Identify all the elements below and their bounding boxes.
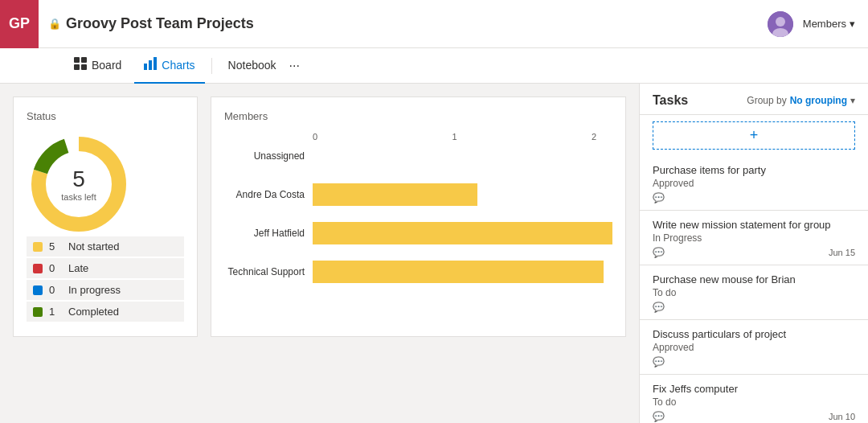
legend-count-completed: 1	[49, 306, 62, 318]
svg-rect-7	[144, 64, 147, 70]
more-options-button[interactable]: ···	[289, 59, 300, 73]
lock-icon: 🔒	[48, 18, 61, 30]
legend-in-progress: 0 In progress	[27, 280, 184, 300]
bar-label-unassigned: Unassigned	[224, 150, 313, 162]
comment-icon: 💬	[653, 192, 665, 203]
comment-icon: 💬	[653, 302, 665, 313]
members-button[interactable]: Members ▾	[803, 18, 855, 30]
task-item[interactable]: Purchase items for party Approved 💬	[640, 156, 868, 211]
axis-label-0: 0	[313, 132, 317, 142]
legend-count-not-started: 5	[49, 240, 62, 253]
tasks-panel: Tasks Group by No grouping ▾ + Purchase …	[639, 84, 868, 423]
bar-track-jeff	[313, 222, 612, 244]
bar-axis-labels: 0 1 2	[313, 132, 612, 142]
tab-board[interactable]: Board	[64, 48, 131, 84]
legend-count-in-progress: 0	[49, 284, 62, 296]
task-name: Discuss particulars of project	[653, 328, 855, 340]
task-status: To do	[653, 396, 855, 408]
charts-row: Status 5 tasks left	[13, 97, 626, 337]
bar-track-andre	[313, 183, 612, 206]
legend-label-late: Late	[68, 262, 88, 274]
charts-icon	[144, 57, 157, 72]
task-status: Approved	[653, 342, 855, 353]
task-status: Approved	[653, 178, 855, 189]
svg-rect-6	[81, 64, 87, 70]
page-title: Groovy Post Team Projects	[66, 15, 768, 32]
svg-rect-4	[81, 57, 87, 63]
donut-chart: 5 tasks left	[27, 132, 131, 236]
bar-track-tech	[313, 261, 612, 283]
group-by-label: Group by	[747, 95, 786, 106]
legend-dot-late	[33, 264, 43, 273]
legend-dot-not-started	[33, 242, 43, 252]
team-avatar: GP	[0, 0, 39, 48]
task-footer: 💬 Jun 10	[653, 411, 855, 422]
nav-divider	[211, 58, 212, 74]
donut-label: tasks left	[61, 192, 96, 202]
svg-rect-3	[74, 57, 80, 63]
bar-fill-jeff	[313, 222, 612, 244]
app-header: GP 🔒 Groovy Post Team Projects Members ▾	[0, 0, 868, 48]
legend-label-completed: Completed	[68, 306, 119, 318]
status-legend: 5 Not started 0 Late 0 In progress	[27, 236, 184, 322]
bar-label-jeff: Jeff Hatfield	[224, 228, 313, 239]
axis-label-1: 1	[452, 132, 457, 142]
task-date: Jun 10	[829, 412, 855, 421]
bar-label-andre: Andre Da Costa	[224, 189, 313, 200]
content-area: Status 5 tasks left	[0, 84, 639, 423]
legend-label-not-started: Not started	[68, 240, 120, 253]
comment-icon: 💬	[653, 356, 665, 368]
tasks-list: Purchase items for party Approved 💬 Writ…	[640, 156, 868, 423]
status-panel: Status 5 tasks left	[13, 97, 198, 337]
task-name: Write new mission statement for group	[653, 219, 855, 231]
tab-charts[interactable]: Charts	[134, 48, 204, 84]
bar-chart: 0 1 2 Unassigned Andre Da Costa	[224, 132, 612, 283]
legend-completed: 1 Completed	[27, 302, 184, 322]
add-task-button[interactable]: +	[653, 121, 855, 150]
task-item[interactable]: Purchase new mouse for Brian To do 💬	[640, 265, 868, 320]
task-item[interactable]: Fix Jeffs computer To do 💬 Jun 10	[640, 375, 868, 423]
task-item[interactable]: Discuss particulars of project Approved …	[640, 320, 868, 375]
task-footer: 💬	[653, 302, 855, 313]
svg-point-1	[776, 17, 785, 27]
group-by[interactable]: Group by No grouping ▾	[747, 95, 855, 106]
bar-row-jeff: Jeff Hatfield	[224, 222, 612, 244]
board-icon	[74, 57, 87, 72]
bar-track-unassigned	[313, 145, 612, 167]
comment-icon: 💬	[653, 411, 665, 422]
bar-fill-andre	[313, 183, 477, 206]
user-avatar[interactable]	[768, 11, 793, 37]
task-status: In Progress	[653, 232, 855, 244]
legend-dot-in-progress	[33, 285, 43, 295]
tab-board-label: Board	[92, 59, 121, 72]
tab-notebook[interactable]: Notebook	[219, 48, 286, 84]
bar-row-andre: Andre Da Costa	[224, 183, 612, 206]
task-footer: 💬	[653, 192, 855, 203]
bar-row-tech: Technical Support	[224, 261, 612, 283]
task-date: Jun 15	[829, 248, 855, 257]
comment-icon: 💬	[653, 247, 665, 258]
legend-label-in-progress: In progress	[68, 284, 121, 296]
tab-charts-label: Charts	[162, 59, 194, 72]
bar-fill-tech	[313, 261, 604, 283]
tasks-title: Tasks	[653, 93, 688, 108]
task-footer: 💬 Jun 15	[653, 247, 855, 258]
donut-count: 5	[72, 166, 85, 192]
legend-count-late: 0	[49, 262, 62, 274]
svg-rect-9	[154, 57, 157, 70]
svg-rect-5	[74, 64, 80, 70]
main-layout: Status 5 tasks left	[0, 84, 868, 423]
axis-label-2: 2	[592, 132, 596, 142]
status-panel-title: Status	[27, 110, 184, 122]
svg-rect-8	[149, 60, 152, 70]
task-name: Purchase items for party	[653, 164, 855, 176]
nav-tabs: Board Charts Notebook ···	[0, 48, 868, 84]
group-by-chevron: ▾	[850, 95, 855, 106]
legend-not-started: 5 Not started	[27, 236, 184, 257]
task-status: To do	[653, 287, 855, 298]
tasks-header: Tasks Group by No grouping ▾	[640, 84, 868, 115]
task-name: Purchase new mouse for Brian	[653, 273, 855, 285]
task-item[interactable]: Write new mission statement for group In…	[640, 211, 868, 265]
legend-late: 0 Late	[27, 258, 184, 278]
legend-dot-completed	[33, 307, 43, 317]
